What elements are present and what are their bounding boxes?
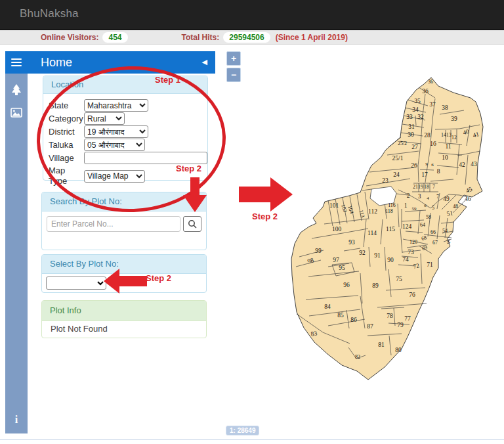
plot-info-panel: Plot Info Plot Not Found	[41, 300, 207, 338]
svg-text:84: 84	[324, 303, 331, 310]
svg-text:34: 34	[412, 106, 419, 113]
collapse-panel-icon[interactable]: ◀	[202, 58, 207, 66]
svg-text:49: 49	[443, 196, 450, 202]
svg-text:28: 28	[424, 132, 430, 139]
village-label: Village	[49, 153, 84, 164]
total-hits-label: Total Hits:	[182, 33, 220, 42]
svg-text:87: 87	[367, 323, 373, 330]
svg-text:9: 9	[425, 162, 428, 167]
map-type-label: Map Type	[49, 166, 84, 187]
svg-text:67: 67	[432, 240, 438, 246]
location-panel-title: Location	[43, 76, 207, 94]
svg-text:83: 83	[310, 330, 318, 338]
svg-text:97: 97	[333, 257, 339, 263]
svg-text:59: 59	[412, 206, 417, 211]
svg-text:4: 4	[427, 196, 429, 201]
svg-text:85: 85	[337, 312, 344, 319]
svg-text:58: 58	[426, 214, 431, 220]
svg-text:24: 24	[393, 171, 400, 178]
svg-text:79: 79	[397, 322, 404, 328]
svg-text:42: 42	[459, 162, 465, 168]
home-title: Home	[41, 56, 72, 70]
plot-info-message: Plot Not Found	[42, 321, 206, 337]
svg-text:114: 114	[368, 230, 377, 236]
svg-text:17: 17	[421, 171, 428, 178]
svg-text:80: 80	[395, 347, 402, 353]
image-icon[interactable]	[10, 108, 22, 118]
taluka-label: Taluka	[49, 140, 84, 150]
svg-text:112: 112	[368, 208, 377, 215]
svg-text:64: 64	[420, 222, 425, 228]
svg-text:26: 26	[411, 162, 417, 169]
svg-text:25/2: 25/2	[398, 141, 407, 146]
svg-text:43: 43	[471, 161, 477, 167]
svg-text:48: 48	[453, 204, 458, 210]
svg-text:18: 18	[424, 184, 429, 190]
tree-icon[interactable]	[10, 84, 22, 97]
svg-text:118: 118	[385, 208, 393, 214]
svg-text:19: 19	[418, 184, 423, 190]
svg-text:38: 38	[442, 104, 448, 111]
svg-text:100: 100	[332, 226, 342, 233]
svg-text:124: 124	[402, 223, 412, 230]
map-type-select[interactable]: Village Map	[84, 170, 145, 183]
svg-text:6: 6	[424, 203, 427, 208]
svg-text:36: 36	[422, 88, 429, 95]
svg-text:78: 78	[387, 313, 393, 319]
map-scale-badge: 1: 28649	[226, 426, 259, 435]
svg-text:96: 96	[343, 282, 350, 288]
svg-text:74: 74	[402, 256, 409, 263]
svg-text:5: 5	[432, 205, 434, 211]
svg-text:23: 23	[382, 177, 388, 184]
state-select[interactable]: Maharashtra	[84, 99, 148, 112]
plot-no-select[interactable]	[46, 277, 106, 290]
svg-text:31: 31	[408, 123, 415, 130]
svg-text:54: 54	[442, 228, 448, 234]
zoom-in-button[interactable]: +	[226, 51, 241, 66]
svg-text:27: 27	[411, 144, 418, 150]
svg-text:90: 90	[387, 257, 394, 263]
svg-text:120: 120	[410, 239, 417, 245]
search-by-plot-title: Search By Plot No:	[42, 192, 206, 211]
step2-label-location: Step 2	[176, 164, 201, 173]
plot-info-title: Plot Info	[42, 301, 206, 321]
svg-text:13: 13	[446, 132, 452, 138]
svg-text:77: 77	[404, 315, 411, 322]
search-button[interactable]	[183, 216, 201, 232]
svg-text:1: 1	[404, 202, 408, 209]
svg-text:71: 71	[427, 261, 433, 268]
sidebar: i	[5, 51, 28, 433]
svg-text:32: 32	[417, 114, 424, 120]
svg-text:91: 91	[374, 252, 381, 259]
step2-label-select: Step 2	[146, 273, 171, 283]
category-select[interactable]: Rural	[84, 112, 125, 125]
map-zoom-controls: + −	[226, 51, 241, 82]
svg-text:2: 2	[407, 192, 410, 199]
village-map[interactable]: 363635373834333239313028141312404125/227…	[282, 56, 487, 384]
svg-text:89: 89	[372, 282, 379, 289]
panel-header-home: Home ◀	[28, 51, 215, 74]
step2-label-map-arrow: Step 2	[252, 211, 278, 221]
zoom-out-button[interactable]: −	[226, 68, 241, 82]
svg-text:39: 39	[451, 116, 457, 122]
info-icon[interactable]: i	[15, 414, 18, 426]
online-visitors-value: 454	[102, 32, 127, 43]
village-input[interactable]	[84, 152, 207, 164]
svg-text:82: 82	[355, 354, 360, 360]
step1-label: Step 1	[155, 75, 180, 85]
district-label: District	[49, 127, 84, 137]
svg-text:7: 7	[436, 194, 439, 200]
district-select[interactable]: 19 औरंगाबाद	[84, 125, 148, 138]
stats-bar: Online Visitors: 454 Total Hits: 2959450…	[0, 30, 504, 45]
svg-text:81: 81	[378, 342, 385, 348]
svg-text:73: 73	[408, 249, 414, 255]
svg-text:11: 11	[445, 143, 451, 150]
svg-text:8: 8	[437, 168, 440, 175]
parcel-no-input[interactable]	[47, 216, 180, 232]
svg-text:86: 86	[350, 317, 357, 323]
hamburger-menu-icon[interactable]	[5, 51, 28, 74]
search-by-plot-panel: Search By Plot No:	[41, 192, 207, 250]
svg-text:14: 14	[441, 132, 446, 138]
taluka-select[interactable]: 05 औरंगाबाद	[84, 139, 145, 151]
online-visitors-label: Online Visitors:	[41, 33, 98, 42]
